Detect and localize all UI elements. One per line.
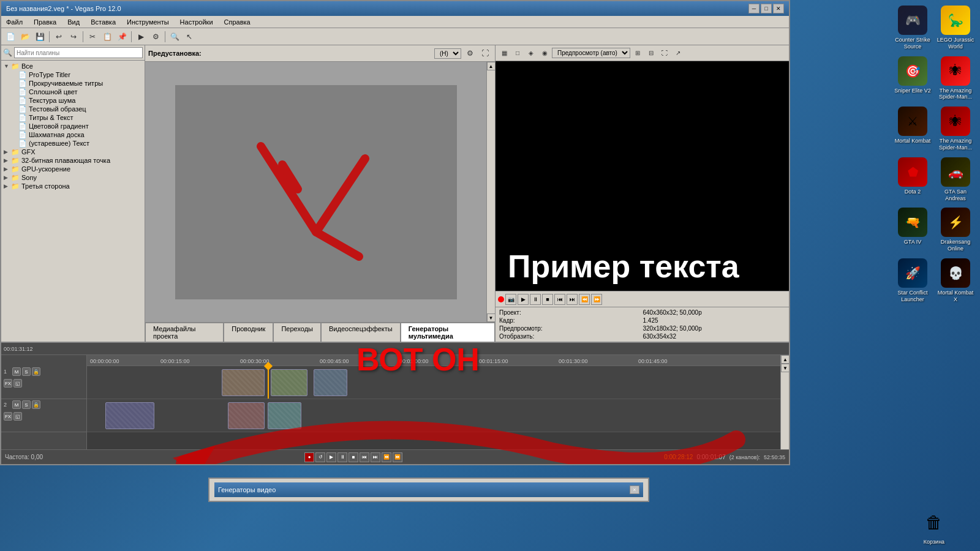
track1-lock[interactable]: 🔒 <box>32 367 40 376</box>
preview-grid-icon[interactable]: ⊞ <box>631 47 644 59</box>
preview-icon-1[interactable]: ▦ <box>498 47 510 59</box>
tree-item-2[interactable]: 📄 Сплошной цвет <box>2 88 143 96</box>
track2-fx[interactable]: FX <box>4 412 12 421</box>
desktop-icon-lego[interactable]: 🦕 LEGO Jurassic World <box>936 3 976 53</box>
menu-settings[interactable]: Настройки <box>178 18 216 26</box>
tab-media[interactable]: Медиафайлы проекта <box>145 323 224 342</box>
preview-icon-3[interactable]: ◈ <box>525 47 537 59</box>
menu-view[interactable]: Вид <box>65 18 82 26</box>
track2-clip-2[interactable] <box>228 402 265 429</box>
ctrl-snapshot[interactable]: 📷 <box>505 294 516 305</box>
track1-clip-3[interactable] <box>314 369 347 396</box>
track2-clip-1[interactable] <box>105 402 154 429</box>
trans-loop[interactable]: ↺ <box>315 452 325 462</box>
preview-mode-dropdown[interactable]: Предпросмотр (авто) <box>552 48 630 58</box>
scroll-up-btn[interactable]: ▲ <box>487 62 496 70</box>
dialog-close-button[interactable]: × <box>630 485 639 494</box>
preset-dropdown[interactable]: (H) <box>434 48 461 59</box>
track1-solo[interactable]: S <box>22 367 31 376</box>
timeline-scroll-up[interactable]: ▲ <box>781 355 790 364</box>
trans-rew[interactable]: ⏪ <box>382 452 391 462</box>
menu-help[interactable]: Справка <box>222 18 253 26</box>
toolbar-open[interactable]: 📂 <box>18 30 32 43</box>
tree-item-1[interactable]: 📄 Прокручиваемые титры <box>2 79 143 88</box>
tree-item-5[interactable]: 📄 Титры & Текст <box>2 113 143 122</box>
toolbar-cut[interactable]: ✂ <box>86 30 99 43</box>
timeline-scroll-down[interactable]: ▼ <box>781 364 790 372</box>
desktop-icon-amazing2[interactable]: 🕷 The Amazing Spider-Man... <box>936 104 976 154</box>
preview-settings-icon[interactable]: ⚙ <box>463 47 477 60</box>
preview-ext-icon[interactable]: ↗ <box>672 47 684 59</box>
trans-next[interactable]: ⏭ <box>371 452 380 462</box>
tree-item-8[interactable]: 📄 (устаревшее) Текст <box>2 139 143 148</box>
search-input[interactable] <box>14 47 143 58</box>
ctrl-next-frame[interactable]: ⏭ <box>567 294 578 305</box>
preview-icon-2[interactable]: □ <box>511 47 524 59</box>
tree-item-4[interactable]: 📄 Тестовый образец <box>2 105 143 113</box>
menu-insert[interactable]: Вставка <box>88 18 118 26</box>
toolbar-select[interactable]: ↖ <box>183 30 196 43</box>
track1-clip-1[interactable] <box>222 369 265 396</box>
desktop-icon-gta-san[interactable]: 🚗 GTA San Andreas <box>936 155 976 204</box>
preview-icon-4[interactable]: ◉ <box>538 47 551 59</box>
track2-lock[interactable]: 🔒 <box>32 400 40 409</box>
ctrl-prev-event[interactable]: ⏪ <box>579 294 590 305</box>
track2-clip-3[interactable] <box>268 402 301 429</box>
toolbar-new[interactable]: 📄 <box>4 30 17 43</box>
track1-clip-2[interactable] <box>271 369 307 396</box>
toolbar-undo[interactable]: ↩ <box>52 30 66 43</box>
tree-item-gpu[interactable]: ▶ 📁 GPU-ускорение <box>2 165 143 173</box>
desktop-icon-gta4[interactable]: 🔫 GTA IV <box>893 205 933 255</box>
trans-record[interactable]: ● <box>304 452 314 462</box>
menu-file[interactable]: Файл <box>4 18 25 26</box>
tab-transitions[interactable]: Переходы <box>273 323 321 342</box>
playhead[interactable] <box>268 366 269 399</box>
toolbar-save[interactable]: 💾 <box>33 30 47 43</box>
trans-stop[interactable]: ■ <box>349 452 358 462</box>
tree-root-all[interactable]: ▼ 📁 Все <box>2 62 143 70</box>
desktop-icon-sniper[interactable]: 🎯 Sniper Elite V2 <box>893 54 933 103</box>
tree-item-0[interactable]: 📄 ProType Titler <box>2 70 143 79</box>
scroll-down-btn[interactable]: ▼ <box>487 313 496 322</box>
toolbar-redo[interactable]: ↪ <box>67 30 80 43</box>
close-button[interactable]: ✕ <box>773 4 784 13</box>
ctrl-stop[interactable]: ■ <box>542 294 553 305</box>
toolbar-zoom[interactable]: 🔍 <box>168 30 181 43</box>
track1-mute[interactable]: M <box>12 367 21 376</box>
minimize-button[interactable]: ─ <box>748 4 760 13</box>
tree-item-gfx[interactable]: ▶ 📁 GFX <box>2 148 143 156</box>
track2-mute[interactable]: M <box>12 400 21 409</box>
tree-item-3[interactable]: 📄 Текстура шума <box>2 96 143 105</box>
tree-item-6[interactable]: 📄 Цветовой градиент <box>2 122 143 130</box>
tree-item-sony[interactable]: ▶ 📁 Sony <box>2 173 143 182</box>
tree-item-32bit[interactable]: ▶ 📁 32-битная плавающая точка <box>2 156 143 165</box>
toolbar-properties[interactable]: ⚙ <box>149 30 162 43</box>
trans-pause[interactable]: ⏸ <box>337 452 347 462</box>
toolbar-copy[interactable]: 📋 <box>100 30 114 43</box>
menu-edit[interactable]: Правка <box>31 18 59 26</box>
toolbar-paste[interactable]: 📌 <box>115 30 129 43</box>
tree-item-7[interactable]: 📄 Шахматная доска <box>2 130 143 139</box>
desktop-icon-star-conflict[interactable]: 🚀 Star Conflict Launcher <box>893 256 933 305</box>
desktop-icon-mk[interactable]: ⚔ Mortal Kombat <box>893 104 933 154</box>
tab-explorer[interactable]: Проводник <box>224 323 273 342</box>
ctrl-pause[interactable]: ⏸ <box>530 294 541 305</box>
desktop-icon-mkx[interactable]: 💀 Mortal Kombat X <box>936 256 976 305</box>
desktop-icon-drakensang[interactable]: ⚡ Drakensang Online <box>936 205 976 255</box>
maximize-button[interactable]: □ <box>761 4 772 13</box>
desktop-icon-amazing1[interactable]: 🕷 The Amazing Spider-Man... <box>936 54 976 103</box>
ctrl-next-event[interactable]: ⏩ <box>591 294 602 305</box>
ctrl-play[interactable]: ▶ <box>518 294 529 305</box>
preview-expand-icon[interactable]: ⛶ <box>478 47 492 60</box>
desktop-icon-cs-source[interactable]: 🎮 Counter Strike Source <box>893 3 933 53</box>
desktop-icon-dota2[interactable]: ⬟ Dota 2 <box>893 155 933 204</box>
tree-item-third[interactable]: ▶ 📁 Третья сторона <box>2 182 143 190</box>
toolbar-render[interactable]: ▶ <box>134 30 148 43</box>
menu-tools[interactable]: Инструменты <box>124 18 172 26</box>
track1-compose[interactable]: ◱ <box>13 379 22 388</box>
trans-prev[interactable]: ⏮ <box>360 452 369 462</box>
preview-fullscreen-icon[interactable]: ⛶ <box>658 47 671 59</box>
tab-generators[interactable]: Генераторы мультимедиа <box>401 323 495 342</box>
ctrl-prev-frame[interactable]: ⏮ <box>554 294 565 305</box>
tab-video-fx[interactable]: Видеоспецэффекты <box>321 323 401 342</box>
